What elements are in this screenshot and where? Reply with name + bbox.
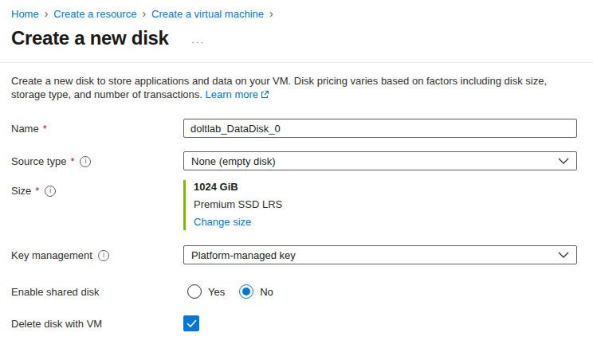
name-label-group: Name * — [11, 119, 183, 135]
radio-no-label: No — [260, 286, 273, 298]
size-label: Size — [11, 185, 31, 197]
info-icon[interactable]: i — [98, 250, 109, 261]
radio-circle-icon — [239, 284, 253, 299]
external-link-icon — [261, 88, 269, 102]
breadcrumb: Home › Create a resource › Create a virt… — [11, 8, 582, 20]
title-row: Create a new disk ··· — [11, 27, 582, 62]
required-asterisk: * — [35, 185, 39, 197]
description-body: Create a new disk to store applications … — [11, 75, 547, 100]
checkmark-icon — [187, 319, 197, 328]
page-title: Create a new disk — [11, 27, 169, 49]
required-asterisk: * — [70, 155, 74, 167]
name-row: Name * — [11, 119, 582, 138]
key-management-label-group: Key management i — [11, 245, 183, 261]
size-sku: Premium SSD LRS — [194, 198, 577, 210]
blade-header: Home › Create a resource › Create a virt… — [0, 0, 593, 62]
breadcrumb-create-a-resource[interactable]: Create a resource — [53, 8, 136, 20]
key-management-row: Key management i Platform-managed key — [11, 245, 582, 264]
create-new-disk-blade: Home › Create a resource › Create a virt… — [0, 0, 593, 364]
change-size-link[interactable]: Change size — [194, 216, 251, 228]
enable-shared-disk-label-group: Enable shared disk — [11, 284, 183, 298]
breadcrumb-create-a-virtual-machine[interactable]: Create a virtual machine — [151, 8, 264, 20]
delete-disk-checkbox[interactable] — [183, 315, 199, 331]
source-type-dropdown[interactable]: None (empty disk) — [183, 151, 577, 170]
radio-yes-label: Yes — [208, 286, 225, 298]
name-label: Name — [11, 123, 39, 135]
description-text: Create a new disk to store applications … — [11, 74, 582, 102]
breadcrumb-separator-icon: › — [45, 8, 49, 19]
radio-circle-icon — [187, 284, 202, 299]
enable-shared-disk-radio-group: Yes No — [187, 284, 577, 299]
learn-more-link[interactable]: Learn more — [206, 88, 258, 100]
enable-shared-disk-row: Enable shared disk Yes No — [11, 284, 582, 299]
name-input[interactable] — [183, 119, 577, 138]
key-management-dropdown[interactable]: Platform-managed key — [183, 245, 577, 264]
breadcrumb-separator-icon: › — [269, 8, 273, 19]
size-label-group: Size * i — [11, 180, 183, 197]
more-options-icon[interactable]: ··· — [191, 36, 206, 48]
delete-disk-label: Delete disk with VM — [11, 318, 102, 330]
key-management-label: Key management — [11, 249, 92, 261]
info-icon[interactable]: i — [45, 186, 56, 197]
shared-disk-yes-radio[interactable]: Yes — [187, 284, 225, 299]
chevron-down-icon — [558, 249, 569, 261]
key-management-selected-value: Platform-managed key — [191, 249, 296, 261]
delete-disk-label-group: Delete disk with VM — [11, 315, 183, 330]
size-summary: 1024 GiB Premium SSD LRS Change size — [183, 180, 577, 230]
source-type-label: Source type — [11, 155, 66, 167]
info-icon[interactable]: i — [80, 156, 91, 167]
source-type-selected-value: None (empty disk) — [191, 155, 275, 167]
required-asterisk: * — [43, 123, 47, 135]
delete-disk-row: Delete disk with VM — [11, 315, 582, 331]
source-type-row: Source type * i None (empty disk) — [11, 151, 582, 170]
blade-content: Create a new disk to store applications … — [0, 63, 593, 331]
size-value: 1024 GiB — [194, 181, 577, 193]
size-row: Size * i 1024 GiB Premium SSD LRS Change… — [11, 180, 582, 230]
shared-disk-no-radio[interactable]: No — [239, 284, 273, 299]
chevron-down-icon — [558, 155, 569, 167]
breadcrumb-separator-icon: › — [142, 8, 146, 19]
breadcrumb-home[interactable]: Home — [11, 8, 39, 20]
source-type-label-group: Source type * i — [11, 151, 183, 167]
enable-shared-disk-label: Enable shared disk — [11, 286, 100, 298]
